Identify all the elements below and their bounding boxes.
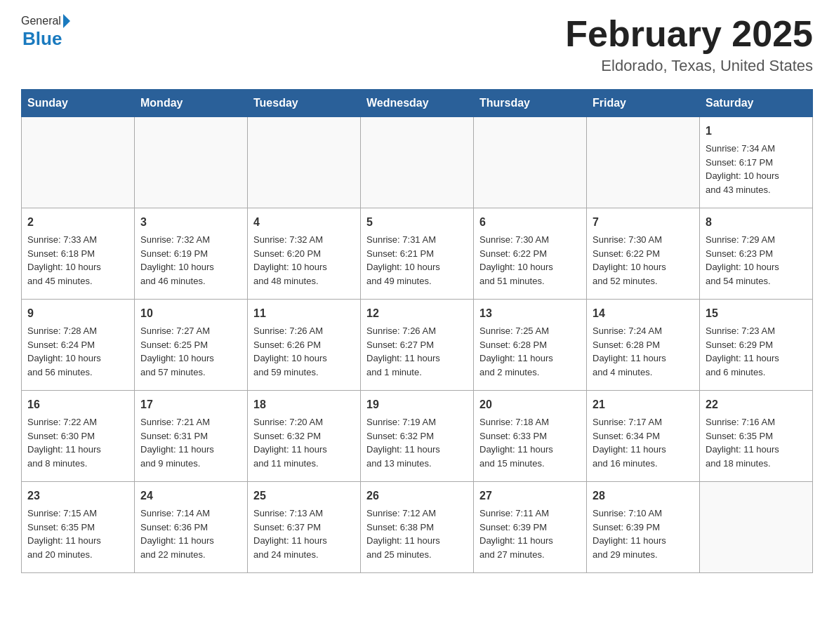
day-info: Sunrise: 7:10 AMSunset: 6:39 PMDaylight:…: [593, 507, 694, 561]
day-number: 18: [253, 396, 355, 413]
day-number: 17: [140, 396, 241, 413]
calendar-day-cell: 26Sunrise: 7:12 AMSunset: 6:38 PMDayligh…: [361, 482, 474, 573]
day-info: Sunrise: 7:22 AMSunset: 6:30 PMDaylight:…: [27, 415, 128, 470]
weekday-header-saturday: Saturday: [700, 90, 813, 117]
weekday-header-row: SundayMondayTuesdayWednesdayThursdayFrid…: [22, 90, 813, 117]
calendar-day-cell: 17Sunrise: 7:21 AMSunset: 6:31 PMDayligh…: [135, 391, 248, 482]
day-number: 20: [479, 396, 581, 413]
day-number: 10: [140, 305, 241, 322]
day-info: Sunrise: 7:27 AMSunset: 6:25 PMDaylight:…: [140, 324, 241, 379]
calendar-day-cell: [587, 117, 700, 208]
calendar-day-cell: 6Sunrise: 7:30 AMSunset: 6:22 PMDaylight…: [474, 208, 587, 300]
day-number: 9: [27, 305, 128, 322]
day-number: 1: [706, 123, 807, 140]
calendar-table: SundayMondayTuesdayWednesdayThursdayFrid…: [21, 89, 813, 573]
day-info: Sunrise: 7:19 AMSunset: 6:32 PMDaylight:…: [366, 415, 468, 470]
day-info: Sunrise: 7:26 AMSunset: 6:27 PMDaylight:…: [366, 324, 468, 379]
calendar-day-cell: [474, 117, 587, 208]
calendar-day-cell: 23Sunrise: 7:15 AMSunset: 6:35 PMDayligh…: [22, 482, 135, 573]
weekday-header-tuesday: Tuesday: [248, 90, 361, 117]
day-number: 7: [593, 214, 694, 231]
day-number: 8: [706, 214, 807, 231]
day-number: 26: [366, 488, 468, 504]
day-info: Sunrise: 7:33 AMSunset: 6:18 PMDaylight:…: [27, 233, 128, 288]
day-info: Sunrise: 7:25 AMSunset: 6:28 PMDaylight:…: [479, 324, 581, 379]
day-info: Sunrise: 7:11 AMSunset: 6:39 PMDaylight:…: [479, 507, 581, 561]
day-number: 24: [140, 488, 241, 504]
title-block: February 2025 Eldorado, Texas, United St…: [565, 14, 813, 75]
calendar-day-cell: 11Sunrise: 7:26 AMSunset: 6:26 PMDayligh…: [248, 300, 361, 391]
day-number: 27: [479, 488, 581, 504]
day-info: Sunrise: 7:30 AMSunset: 6:22 PMDaylight:…: [479, 233, 581, 288]
calendar-day-cell: 22Sunrise: 7:16 AMSunset: 6:35 PMDayligh…: [700, 391, 813, 482]
day-info: Sunrise: 7:30 AMSunset: 6:22 PMDaylight:…: [593, 233, 694, 288]
day-info: Sunrise: 7:12 AMSunset: 6:38 PMDaylight:…: [366, 507, 468, 561]
day-info: Sunrise: 7:18 AMSunset: 6:33 PMDaylight:…: [479, 415, 581, 470]
day-info: Sunrise: 7:32 AMSunset: 6:20 PMDaylight:…: [253, 233, 355, 288]
calendar-header: SundayMondayTuesdayWednesdayThursdayFrid…: [22, 90, 813, 117]
calendar-body: 1Sunrise: 7:34 AMSunset: 6:17 PMDaylight…: [22, 117, 813, 573]
calendar-week-row: 23Sunrise: 7:15 AMSunset: 6:35 PMDayligh…: [22, 482, 813, 573]
day-number: 21: [593, 396, 694, 413]
day-number: 5: [366, 214, 468, 231]
day-number: 25: [253, 488, 355, 504]
day-info: Sunrise: 7:13 AMSunset: 6:37 PMDaylight:…: [253, 507, 355, 561]
day-number: 13: [479, 305, 581, 322]
day-number: 6: [479, 214, 581, 231]
calendar-day-cell: 24Sunrise: 7:14 AMSunset: 6:36 PMDayligh…: [135, 482, 248, 573]
calendar-day-cell: 4Sunrise: 7:32 AMSunset: 6:20 PMDaylight…: [248, 208, 361, 300]
logo: General Blue: [21, 14, 72, 50]
day-number: 2: [27, 214, 128, 231]
weekday-header-friday: Friday: [587, 90, 700, 117]
day-info: Sunrise: 7:21 AMSunset: 6:31 PMDaylight:…: [140, 415, 241, 470]
calendar-day-cell: 20Sunrise: 7:18 AMSunset: 6:33 PMDayligh…: [474, 391, 587, 482]
day-info: Sunrise: 7:26 AMSunset: 6:26 PMDaylight:…: [253, 324, 355, 379]
calendar-day-cell: 12Sunrise: 7:26 AMSunset: 6:27 PMDayligh…: [361, 300, 474, 391]
logo-blue-text: Blue: [21, 28, 62, 50]
calendar-day-cell: [22, 117, 135, 208]
calendar-day-cell: 21Sunrise: 7:17 AMSunset: 6:34 PMDayligh…: [587, 391, 700, 482]
day-number: 16: [27, 396, 128, 413]
day-info: Sunrise: 7:15 AMSunset: 6:35 PMDaylight:…: [27, 507, 128, 561]
calendar-day-cell: 3Sunrise: 7:32 AMSunset: 6:19 PMDaylight…: [135, 208, 248, 300]
calendar-day-cell: 10Sunrise: 7:27 AMSunset: 6:25 PMDayligh…: [135, 300, 248, 391]
day-info: Sunrise: 7:29 AMSunset: 6:23 PMDaylight:…: [706, 233, 807, 288]
calendar-title: February 2025: [565, 14, 813, 54]
day-number: 22: [706, 396, 807, 413]
day-number: 11: [253, 305, 355, 322]
calendar-day-cell: 28Sunrise: 7:10 AMSunset: 6:39 PMDayligh…: [587, 482, 700, 573]
day-number: 15: [706, 305, 807, 322]
calendar-week-row: 9Sunrise: 7:28 AMSunset: 6:24 PMDaylight…: [22, 300, 813, 391]
day-number: 19: [366, 396, 468, 413]
day-info: Sunrise: 7:16 AMSunset: 6:35 PMDaylight:…: [706, 415, 807, 470]
calendar-day-cell: 9Sunrise: 7:28 AMSunset: 6:24 PMDaylight…: [22, 300, 135, 391]
day-info: Sunrise: 7:23 AMSunset: 6:29 PMDaylight:…: [706, 324, 807, 379]
day-number: 23: [27, 488, 128, 504]
calendar-day-cell: 18Sunrise: 7:20 AMSunset: 6:32 PMDayligh…: [248, 391, 361, 482]
day-number: 28: [593, 488, 694, 504]
day-info: Sunrise: 7:20 AMSunset: 6:32 PMDaylight:…: [253, 415, 355, 470]
calendar-day-cell: [361, 117, 474, 208]
day-info: Sunrise: 7:28 AMSunset: 6:24 PMDaylight:…: [27, 324, 128, 379]
day-info: Sunrise: 7:17 AMSunset: 6:34 PMDaylight:…: [593, 415, 694, 470]
weekday-header-thursday: Thursday: [474, 90, 587, 117]
day-info: Sunrise: 7:32 AMSunset: 6:19 PMDaylight:…: [140, 233, 241, 288]
calendar-day-cell: 16Sunrise: 7:22 AMSunset: 6:30 PMDayligh…: [22, 391, 135, 482]
calendar-day-cell: 14Sunrise: 7:24 AMSunset: 6:28 PMDayligh…: [587, 300, 700, 391]
calendar-day-cell: 25Sunrise: 7:13 AMSunset: 6:37 PMDayligh…: [248, 482, 361, 573]
calendar-week-row: 16Sunrise: 7:22 AMSunset: 6:30 PMDayligh…: [22, 391, 813, 482]
page-header: General Blue February 2025 Eldorado, Tex…: [21, 14, 813, 75]
calendar-day-cell: 1Sunrise: 7:34 AMSunset: 6:17 PMDaylight…: [700, 117, 813, 208]
day-info: Sunrise: 7:31 AMSunset: 6:21 PMDaylight:…: [366, 233, 468, 288]
calendar-day-cell: [248, 117, 361, 208]
calendar-day-cell: 5Sunrise: 7:31 AMSunset: 6:21 PMDaylight…: [361, 208, 474, 300]
day-number: 3: [140, 214, 241, 231]
logo-general-text: General: [21, 15, 61, 27]
calendar-subtitle: Eldorado, Texas, United States: [565, 57, 813, 75]
logo-arrow-icon: [63, 14, 70, 28]
calendar-day-cell: 13Sunrise: 7:25 AMSunset: 6:28 PMDayligh…: [474, 300, 587, 391]
day-info: Sunrise: 7:14 AMSunset: 6:36 PMDaylight:…: [140, 507, 241, 561]
weekday-header-wednesday: Wednesday: [361, 90, 474, 117]
weekday-header-sunday: Sunday: [22, 90, 135, 117]
calendar-week-row: 2Sunrise: 7:33 AMSunset: 6:18 PMDaylight…: [22, 208, 813, 300]
